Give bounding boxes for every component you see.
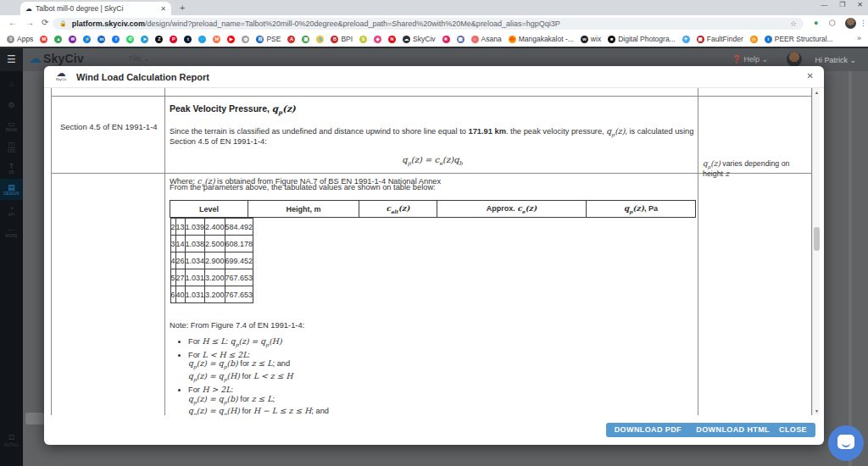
download-pdf-button[interactable]: DOWNLOAD PDF (606, 423, 690, 437)
bookmark-item[interactable]: ◷ (750, 36, 758, 43)
extensions-puzzle-icon[interactable]: ⬡ (829, 19, 836, 27)
address-bar[interactable]: 🔒 platform.skyciv.com/design/wind?preloa… (53, 18, 804, 30)
extension-icon[interactable]: ● (814, 19, 818, 27)
bookmark-item[interactable]: ▣ (302, 36, 309, 43)
bookmark-favicon: Z (155, 36, 163, 43)
forward-icon[interactable]: → (25, 18, 34, 27)
table-row: 4 26 1.034 2.900 699.452 (170, 252, 253, 269)
window-restore-button[interactable]: ❐ (839, 1, 845, 8)
bookmark-item[interactable]: N (388, 36, 396, 43)
bookmark-item[interactable]: P (170, 36, 177, 43)
bookmark-item[interactable]: 🐦 (198, 36, 206, 43)
new-tab-button[interactable]: + (180, 3, 185, 13)
download-html-button[interactable]: DOWNLOAD HTML (687, 423, 778, 437)
chat-widget-button[interactable] (828, 425, 864, 461)
bookmark-item[interactable]: ⁘ Asana (471, 35, 502, 43)
sidebar-item[interactable]: ▭ BEAM (0, 115, 23, 136)
chrome-menu-icon[interactable]: ⋮ (860, 19, 867, 27)
bookmark-item[interactable]: $ (359, 36, 367, 43)
bookmark-item[interactable]: 💧 (316, 36, 324, 43)
bookmark-item[interactable]: B BPI (331, 35, 353, 43)
browser-tab[interactable]: ☁ Talbot mill-0 degree | SkyCi ✕ (20, 2, 171, 15)
bookmark-favicon: w (581, 36, 588, 43)
bookmark-item[interactable]: 🍁 Mangakakalot -... (509, 35, 574, 43)
bookmark-item[interactable]: ▦ (457, 36, 465, 43)
skyciv-modal-logo: ☁ SkyCiv (53, 69, 70, 81)
browser-profile-avatar[interactable] (845, 18, 856, 29)
bookmark-item[interactable]: ⚡ (83, 36, 91, 43)
sidebar-item[interactable]: ▤ DESIGN (0, 179, 23, 200)
bookmark-item[interactable]: A (287, 36, 295, 43)
window-close-button[interactable]: ✕ (857, 1, 863, 8)
sidebar-item-label: SB (8, 170, 14, 175)
bookmark-item[interactable]: ▶ (227, 36, 235, 43)
reload-icon[interactable]: ⟳ (42, 18, 48, 27)
bookmark-label: BPI (341, 35, 353, 43)
scroll-up-arrow[interactable]: ▲ (813, 90, 821, 95)
bookmark-favicon: ✳ (442, 36, 450, 43)
table-row: 3 14 1.038 2.500 608.178 (170, 236, 253, 252)
browser-toolbar: ← → ⟳ 🔒 platform.skyciv.com/design/wind?… (0, 15, 868, 31)
modal-footer: DOWNLOAD PDF DOWNLOAD HTML CLOSE (44, 415, 824, 445)
bookmark-item[interactable]: M (40, 36, 47, 43)
file-menu[interactable]: File ⌄ (129, 54, 150, 63)
bookmark-star-icon[interactable]: ☆ (790, 19, 797, 28)
background-widget (25, 413, 44, 424)
modal-close-icon[interactable]: ✕ (807, 71, 814, 80)
bookmark-item[interactable]: f (112, 36, 120, 43)
window-minimize-button[interactable]: — (821, 1, 827, 8)
bookmark-item[interactable]: ✆ (126, 36, 134, 43)
bookmark-item[interactable]: ▦ FaultFinder (697, 35, 743, 43)
bookmark-item[interactable]: i PEER Structural... (765, 35, 833, 43)
bookmark-item[interactable]: ✳ (442, 36, 450, 43)
sidebar-item-icon: ▤ (8, 183, 15, 191)
scrollbar-thumb[interactable] (814, 227, 820, 251)
hamburger-menu-icon[interactable]: ☰ (0, 48, 23, 71)
bookmark-favicon: 🐦 (198, 36, 206, 43)
back-icon[interactable]: ← (8, 18, 17, 27)
bookmark-item[interactable]: ■ Digital Photogra... (608, 35, 676, 43)
sidebar-item[interactable]: ⌂ (0, 73, 23, 94)
report-scroll-area[interactable]: Section 4.5 of EN 1991-1-4 Peak Velocity… (44, 88, 824, 415)
bookmark-item[interactable]: ⠿ Apps (7, 35, 33, 43)
help-menu[interactable]: ❓ Help ⌄ (732, 55, 768, 64)
sidebar-item-icon: ◫ (8, 141, 15, 149)
column-header: Height, m (248, 201, 359, 218)
bookmark-favicon: ⁘ (471, 36, 479, 43)
sidebar-item-icon: ▭ (8, 119, 15, 128)
bookmark-item[interactable]: ▲ (54, 36, 62, 43)
sidebar-item[interactable]: T SB (0, 158, 23, 179)
bookmark-favicon: ✉ (69, 36, 76, 43)
bookmark-label: Digital Photogra... (618, 35, 676, 43)
column-header: Level (170, 201, 248, 218)
table-row: 6 40 1.031 3.200 767.653 (170, 286, 253, 303)
bookmark-item[interactable]: ☁ SkyCiv (403, 35, 435, 43)
sidebar-item-install[interactable]: ⊡ INSTALL (0, 428, 23, 447)
bookmark-item[interactable]: M (213, 36, 220, 43)
tab-close-icon[interactable]: ✕ (160, 5, 166, 13)
bookmark-item[interactable]: in (97, 36, 105, 43)
close-button[interactable]: CLOSE (771, 423, 815, 437)
bookmark-item[interactable]: ◍ (242, 36, 249, 43)
bookmark-item[interactable]: ✉ (69, 36, 76, 43)
app-sidebar: ⌂ ⚙ ▭ BEAM ◫ S3D T SB ▤ DESIGN ◔ API (0, 71, 23, 466)
scroll-down-arrow[interactable]: ▼ (813, 408, 821, 413)
sidebar-item[interactable]: ⋯ MORE (0, 221, 23, 242)
sidebar-item[interactable]: ⚙ (0, 94, 23, 115)
sidebar-item[interactable]: ◔ API (0, 200, 23, 221)
bookmark-item[interactable]: ⛓ PSE (256, 35, 281, 43)
user-menu[interactable]: Hi Patrick ⌄ (815, 56, 856, 64)
bookmark-label: Asana (481, 35, 502, 43)
bookmark-item[interactable]: ➤ (141, 36, 148, 43)
bookmark-item[interactable]: ◆ (374, 36, 381, 43)
bookmark-favicon: N (388, 36, 396, 43)
user-avatar[interactable] (787, 52, 802, 67)
bookmark-item[interactable]: t (184, 36, 192, 43)
bookmark-item[interactable]: w wix (581, 35, 601, 43)
sidebar-item[interactable]: ◫ S3D (0, 136, 23, 158)
bookmark-label: wix (591, 35, 601, 43)
bookmark-item[interactable]: ✈ (682, 36, 690, 43)
bookmark-item[interactable]: Z (155, 36, 163, 43)
modal-scrollbar[interactable]: ▲ ▼ (812, 88, 820, 415)
bookmarks-overflow-chevron[interactable]: » (854, 34, 861, 42)
